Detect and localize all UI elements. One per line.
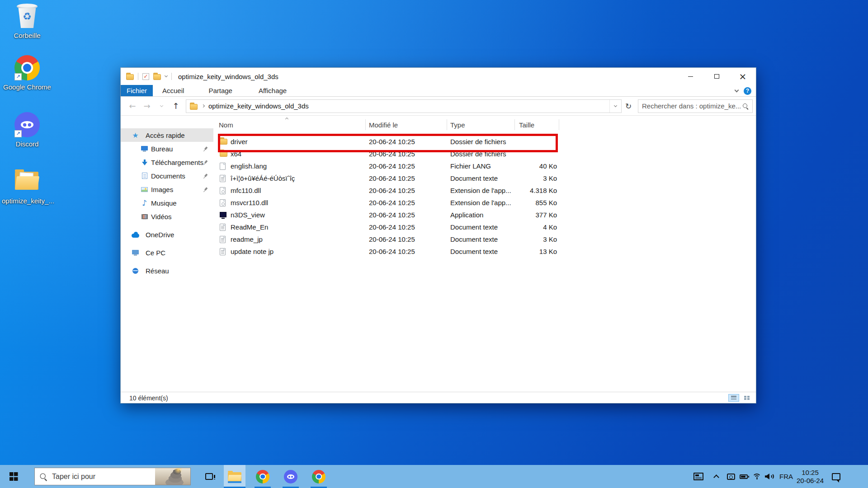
text-file-icon bbox=[220, 236, 226, 243]
ribbon-tabs: Fichier Accueil Partage Affichage ? bbox=[121, 85, 756, 97]
file-row-readme-en[interactable]: ReadMe_En 20-06-24 10:25 Document texte … bbox=[213, 221, 756, 233]
windows-logo-icon bbox=[9, 472, 18, 481]
application-icon bbox=[220, 212, 226, 217]
maximize-button[interactable] bbox=[703, 68, 730, 85]
close-button[interactable]: × bbox=[730, 68, 756, 85]
file-row-update-note-jp[interactable]: update note jp 20-06-24 10:25 Document t… bbox=[213, 245, 756, 258]
explorer-app-icon bbox=[126, 74, 134, 80]
tab-fichier[interactable]: Fichier bbox=[121, 85, 153, 96]
customize-toolbar-chevron-icon[interactable] bbox=[165, 74, 168, 77]
battery-button[interactable] bbox=[740, 465, 753, 488]
breadcrumb-folder-icon bbox=[190, 104, 198, 110]
file-row-x64[interactable]: x64 20-06-24 10:25 Dossier de fichiers bbox=[213, 148, 756, 160]
dll-file-icon bbox=[220, 199, 226, 206]
details-view-button[interactable] bbox=[728, 394, 739, 402]
language-indicator[interactable]: FRA bbox=[779, 465, 796, 488]
folder-icon bbox=[220, 151, 227, 157]
desktop-icon-optimize-folder[interactable]: optimize_keity_... bbox=[2, 169, 52, 205]
news-widget-button[interactable] bbox=[693, 465, 712, 488]
task-view-icon bbox=[205, 473, 213, 480]
tab-affichage[interactable]: Affichage bbox=[253, 85, 292, 96]
back-button[interactable]: ← bbox=[125, 99, 140, 113]
refresh-button[interactable]: ↻ bbox=[622, 99, 635, 113]
sidebar-item-videos[interactable]: Vidéos bbox=[121, 210, 213, 223]
column-header-type[interactable]: Type bbox=[450, 121, 465, 129]
taskbar-app-chrome[interactable] bbox=[252, 465, 274, 488]
navigation-pane: ★ Accès rapide Bureau Téléchargements Do… bbox=[121, 116, 213, 392]
onedrive-icon bbox=[132, 234, 139, 238]
properties-checkmark-icon[interactable]: ✓ bbox=[142, 73, 149, 80]
clock-date: 20-06-24 bbox=[797, 477, 824, 485]
forward-button[interactable]: → bbox=[140, 99, 154, 113]
taskbar-app-chrome-2[interactable] bbox=[308, 465, 330, 488]
taskbar-app-file-explorer[interactable] bbox=[224, 465, 245, 488]
sidebar-item-images[interactable]: Images bbox=[121, 183, 213, 196]
title-bar[interactable]: ✓ optimize_keity_windows_old_3ds × bbox=[121, 68, 756, 85]
desktop-icon-discord[interactable]: ↗ Discord bbox=[2, 112, 52, 148]
recent-locations-button[interactable] bbox=[154, 99, 169, 113]
address-bar[interactable]: optimize_keity_windows_old_3ds bbox=[186, 99, 622, 113]
sidebar-item-bureau[interactable]: Bureau bbox=[121, 142, 213, 155]
folder-graphic bbox=[14, 169, 40, 191]
documents-icon bbox=[142, 173, 147, 179]
desktop-icon-label: Corbeille bbox=[2, 32, 52, 39]
taskbar-search-input[interactable] bbox=[52, 473, 155, 481]
details-view-icon bbox=[731, 396, 736, 400]
sidebar-item-quick-access[interactable]: ★ Accès rapide bbox=[121, 128, 213, 142]
sidebar-item-onedrive[interactable]: OneDrive bbox=[121, 228, 213, 241]
sidebar-item-documents[interactable]: Documents bbox=[121, 169, 213, 183]
volume-button[interactable] bbox=[765, 465, 778, 488]
tab-accueil[interactable]: Accueil bbox=[156, 85, 190, 96]
address-dropdown-button[interactable] bbox=[609, 100, 621, 113]
shortcut-arrow-icon: ↗ bbox=[14, 130, 22, 137]
taskbar-app-discord[interactable] bbox=[280, 465, 302, 488]
sidebar-item-ce-pc[interactable]: Ce PC bbox=[121, 246, 213, 259]
search-highlight-image[interactable] bbox=[155, 468, 190, 485]
desktop-icon-google-chrome[interactable]: ↗ Google Chrome bbox=[2, 55, 52, 91]
pin-icon bbox=[202, 145, 208, 153]
file-row-driver[interactable]: driver 20-06-24 10:25 Dossier de fichier… bbox=[213, 136, 756, 148]
chevron-down-icon bbox=[160, 103, 163, 107]
large-icons-view-button[interactable] bbox=[741, 394, 752, 402]
address-bar-row: ← → ↑ optimize_keity_windows_old_3ds ↻ bbox=[121, 97, 756, 116]
file-row-english-lang[interactable]: english.lang 20-06-24 10:25 Fichier LANG… bbox=[213, 160, 756, 172]
sidebar-item-musique[interactable]: ♪ Musique bbox=[121, 196, 213, 210]
clock[interactable]: 10:25 20-06-24 bbox=[797, 465, 829, 488]
search-box[interactable] bbox=[638, 99, 753, 113]
search-input[interactable] bbox=[642, 102, 742, 110]
file-row-mojibake-doc[interactable]: î+ì¦ö+û¥éÁé-éÚòsïˆîç 20-06-24 10:25 Docu… bbox=[213, 172, 756, 184]
action-center-button[interactable] bbox=[832, 465, 851, 488]
network-icon bbox=[132, 268, 138, 274]
show-hidden-icons-button[interactable] bbox=[714, 465, 726, 488]
desktop-icon bbox=[141, 146, 148, 150]
chevron-up-icon bbox=[713, 474, 719, 480]
chrome-icon: ↗ bbox=[14, 55, 41, 81]
file-row-msvcr110[interactable]: msvcr110.dll 20-06-24 10:25 Extension de… bbox=[213, 197, 756, 209]
task-view-button[interactable] bbox=[199, 465, 219, 488]
sidebar-item-reseau[interactable]: Réseau bbox=[121, 264, 213, 277]
new-folder-icon[interactable] bbox=[153, 74, 161, 80]
help-icon[interactable]: ? bbox=[744, 87, 751, 95]
file-row-readme-jp[interactable]: readme_jp 20-06-24 10:25 Document texte … bbox=[213, 233, 756, 245]
large-icons-view-icon bbox=[744, 396, 750, 400]
tab-partage[interactable]: Partage bbox=[203, 85, 238, 96]
text-file-icon bbox=[220, 224, 226, 231]
expand-ribbon-chevron-icon[interactable] bbox=[735, 88, 739, 93]
minimize-icon bbox=[688, 76, 693, 77]
file-row-n3ds-view[interactable]: n3DS_view 20-06-24 10:25 Application 377… bbox=[213, 209, 756, 221]
battery-icon bbox=[740, 474, 748, 479]
desktop-icon-recycle-bin[interactable]: ♻ Corbeille bbox=[2, 4, 52, 39]
computer-icon bbox=[132, 250, 139, 254]
minimize-button[interactable] bbox=[677, 68, 703, 85]
column-header-nom[interactable]: Nom bbox=[219, 121, 233, 129]
file-row-mfc110[interactable]: mfc110.dll 20-06-24 10:25 Extension de l… bbox=[213, 184, 756, 197]
start-button[interactable] bbox=[0, 465, 27, 488]
taskbar-search-box[interactable] bbox=[34, 468, 191, 485]
breadcrumb[interactable]: optimize_keity_windows_old_3ds bbox=[208, 102, 309, 110]
sidebar-item-telechargements[interactable]: Téléchargements bbox=[121, 155, 213, 169]
column-header-taille[interactable]: Taille bbox=[519, 121, 534, 129]
column-header-modifie[interactable]: Modifié le bbox=[369, 121, 398, 129]
meet-now-button[interactable] bbox=[727, 465, 740, 488]
up-button[interactable]: ↑ bbox=[169, 99, 183, 113]
network-button[interactable] bbox=[752, 465, 766, 488]
